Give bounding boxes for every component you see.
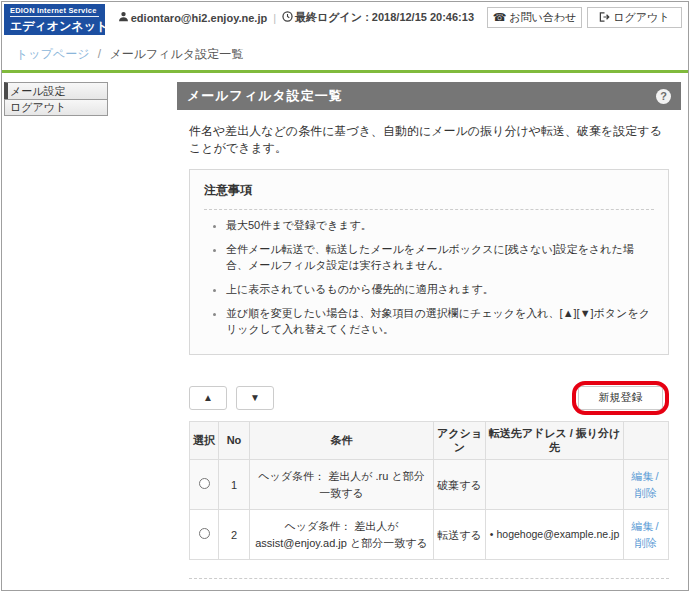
- logout-icon: [599, 12, 610, 24]
- notice-title: 注意事項: [204, 182, 654, 199]
- column-header-condition: 条件: [250, 421, 434, 460]
- help-icon[interactable]: ?: [656, 89, 671, 104]
- row-condition: ヘッダ条件： 差出人が .ru と部分一致する: [250, 460, 434, 510]
- move-up-button[interactable]: ▲: [189, 386, 227, 410]
- row-edit-cell: 編集/削除: [624, 460, 669, 510]
- sidebar-item-logout[interactable]: ログアウト: [4, 99, 108, 116]
- column-header-select: 選択: [190, 421, 219, 460]
- row-action: 破棄する: [434, 460, 486, 510]
- column-header-edit: [624, 421, 669, 460]
- main-content: メールフィルタ設定一覧 ? 件名や差出人などの条件に基づき、自動的にメールの振り…: [177, 82, 681, 591]
- contact-button[interactable]: ☎ お問い合わせ: [487, 7, 582, 28]
- notice-item: 全件メール転送で、転送したメールをメールボックスに[残さない]設定をされた場合、…: [226, 242, 654, 274]
- panel-header: メールフィルタ設定一覧 ?: [177, 82, 681, 110]
- breadcrumb-current: メールフィルタ設定一覧: [109, 47, 243, 61]
- brand-logo[interactable]: EDION Internet Service エディオンネット: [4, 4, 105, 35]
- user-icon: [118, 11, 129, 24]
- row-forward: •hogehoge@example.ne.jp: [486, 510, 624, 560]
- table-row: 1 ヘッダ条件： 差出人が .ru と部分一致する 破棄する 編集/削除: [190, 460, 669, 510]
- table-controls: ▲ ▼ 新規登録: [189, 381, 669, 415]
- page-description: 件名や差出人などの条件に基づき、自動的にメールの振り分けや転送、破棄を設定するこ…: [189, 123, 669, 157]
- row-select-radio[interactable]: [199, 478, 210, 489]
- notice-item: 上に表示されているものから優先的に適用されます。: [226, 282, 654, 298]
- move-down-button[interactable]: ▼: [236, 386, 274, 410]
- sidebar-item-label: ログアウト: [10, 100, 66, 115]
- phone-icon: ☎: [493, 11, 507, 24]
- user-utility-bar: ediontaro@hi2.enjoy.ne.jp | 最終ログイン : 201…: [118, 4, 682, 28]
- delete-link[interactable]: 削除: [635, 537, 657, 549]
- row-action: 転送する: [434, 510, 486, 560]
- notice-list: 最大50件まで登録できます。 全件メール転送で、転送したメールをメールボックスに…: [226, 218, 654, 338]
- row-select-radio[interactable]: [199, 528, 210, 539]
- column-header-action: アクション: [434, 421, 486, 460]
- column-header-forward: 転送先アドレス / 振り分け先: [486, 421, 624, 460]
- last-login-text: 最終ログイン : 2018/12/15 20:46:13: [295, 10, 474, 25]
- notice-item: 並び順を変更したい場合は、対象項目の選択欄にチェックを入れ、[▲][▼]ボタンを…: [226, 306, 654, 338]
- brand-logo-line2: エディオンネット: [10, 18, 99, 35]
- sidebar-item-label: メール設定: [10, 84, 66, 99]
- userbar-separator: |: [273, 12, 276, 24]
- row-number: 2: [219, 510, 250, 560]
- edit-delete-separator: /: [655, 470, 658, 482]
- contact-button-label: お問い合わせ: [509, 10, 576, 25]
- notice-item: 最大50件まで登録できます。: [226, 218, 654, 234]
- forward-address: hogehoge@example.ne.jp: [496, 528, 619, 540]
- table-row: 2 ヘッダ条件： 差出人が assist@enjoy.ad.jp と部分一致する…: [190, 510, 669, 560]
- mail-filter-table: 選択 No 条件 アクション 転送先アドレス / 振り分け先 1 ヘッダ条件： …: [189, 421, 669, 561]
- delete-link[interactable]: 削除: [635, 487, 657, 499]
- topbar: EDION Internet Service エディオンネット ediontar…: [2, 2, 688, 39]
- edit-link[interactable]: 編集: [631, 520, 653, 532]
- sidebar-item-mail-settings[interactable]: メール設定: [4, 82, 108, 99]
- table-header-row: 選択 No 条件 アクション 転送先アドレス / 振り分け先: [190, 421, 669, 460]
- bullet-icon: •: [490, 528, 494, 540]
- column-header-no: No: [219, 421, 250, 460]
- page-title: メールフィルタ設定一覧: [187, 87, 343, 105]
- row-condition: ヘッダ条件： 差出人が assist@enjoy.ad.jp と部分一致する: [250, 510, 434, 560]
- user-email: ediontaro@hi2.enjoy.ne.jp: [131, 12, 267, 24]
- clock-icon: [282, 11, 293, 24]
- sidebar: メール設定 ログアウト: [4, 82, 108, 116]
- row-number: 1: [219, 460, 250, 510]
- new-registration-button[interactable]: 新規登録: [578, 386, 663, 410]
- breadcrumb-separator: /: [98, 47, 101, 61]
- page: EDION Internet Service エディオンネット ediontar…: [1, 1, 689, 591]
- edit-delete-separator: /: [655, 520, 658, 532]
- breadcrumb-home-link[interactable]: トップページ: [16, 47, 89, 61]
- notice-divider: [204, 209, 654, 210]
- logout-button[interactable]: ログアウト: [587, 7, 682, 28]
- logout-button-label: ログアウト: [613, 10, 669, 25]
- edit-link[interactable]: 編集: [631, 470, 653, 482]
- brand-logo-line1: EDION Internet Service: [10, 6, 99, 17]
- row-edit-cell: 編集/削除: [624, 510, 669, 560]
- new-registration-wrap: 新規登録: [572, 381, 669, 415]
- notice-box: 注意事項 最大50件まで登録できます。 全件メール転送で、転送したメールをメール…: [189, 169, 669, 355]
- row-forward: [486, 460, 624, 510]
- breadcrumb: トップページ / メールフィルタ設定一覧: [2, 39, 688, 70]
- divider: [189, 578, 669, 579]
